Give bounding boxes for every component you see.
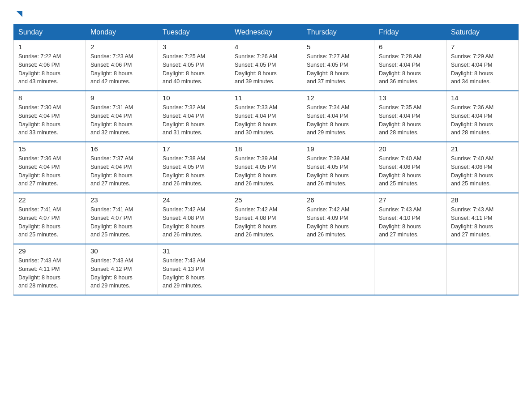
day-cell: 29 Sunrise: 7:43 AM Sunset: 4:11 PM Dayl… [14, 244, 86, 295]
day-number: 22 [18, 196, 81, 204]
day-number: 8 [18, 94, 81, 102]
day-number: 6 [379, 43, 442, 51]
day-number: 27 [379, 196, 442, 204]
day-cell: 31 Sunrise: 7:43 AM Sunset: 4:13 PM Dayl… [158, 244, 230, 295]
logo-triangle-icon [14, 9, 24, 21]
day-info: Sunrise: 7:29 AM Sunset: 4:04 PM Dayligh… [451, 52, 514, 86]
day-info: Sunrise: 7:43 AM Sunset: 4:11 PM Dayligh… [451, 206, 514, 239]
day-number: 21 [451, 145, 514, 153]
week-row-4: 22 Sunrise: 7:41 AM Sunset: 4:07 PM Dayl… [14, 193, 519, 244]
day-cell: 9 Sunrise: 7:31 AM Sunset: 4:04 PM Dayli… [86, 91, 158, 142]
day-number: 24 [163, 196, 225, 204]
day-cell: 7 Sunrise: 7:29 AM Sunset: 4:04 PM Dayli… [446, 40, 519, 91]
day-info: Sunrise: 7:25 AM Sunset: 4:05 PM Dayligh… [163, 52, 225, 86]
day-number: 15 [18, 145, 81, 153]
day-cell [374, 244, 446, 295]
day-info: Sunrise: 7:42 AM Sunset: 4:09 PM Dayligh… [307, 206, 369, 239]
week-row-5: 29 Sunrise: 7:43 AM Sunset: 4:11 PM Dayl… [14, 244, 519, 295]
day-cell: 6 Sunrise: 7:28 AM Sunset: 4:04 PM Dayli… [374, 40, 446, 91]
day-cell: 13 Sunrise: 7:35 AM Sunset: 4:04 PM Dayl… [374, 91, 446, 142]
weekday-header-friday: Friday [374, 25, 446, 40]
day-number: 28 [451, 196, 514, 204]
weekday-header-saturday: Saturday [446, 25, 519, 40]
day-number: 30 [90, 247, 153, 255]
day-number: 16 [90, 145, 153, 153]
day-number: 25 [235, 196, 297, 204]
day-cell: 17 Sunrise: 7:38 AM Sunset: 4:05 PM Dayl… [158, 142, 230, 193]
day-cell [446, 244, 519, 295]
day-number: 19 [307, 145, 369, 153]
day-info: Sunrise: 7:40 AM Sunset: 4:06 PM Dayligh… [451, 154, 514, 188]
day-cell: 23 Sunrise: 7:41 AM Sunset: 4:07 PM Dayl… [86, 193, 158, 244]
day-cell: 8 Sunrise: 7:30 AM Sunset: 4:04 PM Dayli… [14, 91, 86, 142]
day-number: 2 [90, 43, 153, 51]
day-cell: 20 Sunrise: 7:40 AM Sunset: 4:06 PM Dayl… [374, 142, 446, 193]
svg-marker-0 [16, 11, 22, 17]
day-number: 3 [163, 43, 225, 51]
day-cell: 30 Sunrise: 7:43 AM Sunset: 4:12 PM Dayl… [86, 244, 158, 295]
logo [13, 9, 24, 20]
day-cell [230, 244, 302, 295]
weekday-header-wednesday: Wednesday [230, 25, 302, 40]
day-cell: 19 Sunrise: 7:39 AM Sunset: 4:05 PM Dayl… [302, 142, 374, 193]
day-cell: 2 Sunrise: 7:23 AM Sunset: 4:06 PM Dayli… [86, 40, 158, 91]
day-cell: 10 Sunrise: 7:32 AM Sunset: 4:04 PM Dayl… [158, 91, 230, 142]
day-info: Sunrise: 7:32 AM Sunset: 4:04 PM Dayligh… [163, 103, 225, 137]
day-number: 10 [163, 94, 225, 102]
calendar-table: SundayMondayTuesdayWednesdayThursdayFrid… [13, 24, 519, 295]
day-info: Sunrise: 7:22 AM Sunset: 4:06 PM Dayligh… [18, 52, 81, 86]
day-number: 23 [90, 196, 153, 204]
day-cell: 3 Sunrise: 7:25 AM Sunset: 4:05 PM Dayli… [158, 40, 230, 91]
day-number: 7 [451, 43, 514, 51]
day-number: 13 [379, 94, 442, 102]
day-info: Sunrise: 7:43 AM Sunset: 4:12 PM Dayligh… [90, 257, 153, 290]
day-info: Sunrise: 7:34 AM Sunset: 4:04 PM Dayligh… [307, 103, 369, 137]
day-info: Sunrise: 7:27 AM Sunset: 4:05 PM Dayligh… [307, 52, 369, 86]
day-info: Sunrise: 7:41 AM Sunset: 4:07 PM Dayligh… [90, 206, 153, 239]
day-number: 1 [18, 43, 81, 51]
day-cell: 14 Sunrise: 7:36 AM Sunset: 4:04 PM Dayl… [446, 91, 519, 142]
weekday-header-monday: Monday [86, 25, 158, 40]
day-info: Sunrise: 7:37 AM Sunset: 4:04 PM Dayligh… [90, 154, 153, 188]
day-info: Sunrise: 7:43 AM Sunset: 4:10 PM Dayligh… [379, 206, 442, 239]
day-number: 14 [451, 94, 514, 102]
day-number: 18 [235, 145, 297, 153]
day-info: Sunrise: 7:39 AM Sunset: 4:05 PM Dayligh… [235, 154, 297, 188]
day-number: 17 [163, 145, 225, 153]
day-cell: 4 Sunrise: 7:26 AM Sunset: 4:05 PM Dayli… [230, 40, 302, 91]
day-info: Sunrise: 7:36 AM Sunset: 4:04 PM Dayligh… [18, 154, 81, 188]
day-info: Sunrise: 7:38 AM Sunset: 4:05 PM Dayligh… [163, 154, 225, 188]
day-cell: 22 Sunrise: 7:41 AM Sunset: 4:07 PM Dayl… [14, 193, 86, 244]
weekday-header-thursday: Thursday [302, 25, 374, 40]
day-number: 11 [235, 94, 297, 102]
day-info: Sunrise: 7:23 AM Sunset: 4:06 PM Dayligh… [90, 52, 153, 86]
day-info: Sunrise: 7:31 AM Sunset: 4:04 PM Dayligh… [90, 103, 153, 137]
weekday-header-tuesday: Tuesday [158, 25, 230, 40]
day-cell: 21 Sunrise: 7:40 AM Sunset: 4:06 PM Dayl… [446, 142, 519, 193]
day-info: Sunrise: 7:30 AM Sunset: 4:04 PM Dayligh… [18, 103, 81, 137]
day-cell: 16 Sunrise: 7:37 AM Sunset: 4:04 PM Dayl… [86, 142, 158, 193]
week-row-2: 8 Sunrise: 7:30 AM Sunset: 4:04 PM Dayli… [14, 91, 519, 142]
day-number: 29 [18, 247, 81, 255]
week-row-3: 15 Sunrise: 7:36 AM Sunset: 4:04 PM Dayl… [14, 142, 519, 193]
day-info: Sunrise: 7:43 AM Sunset: 4:13 PM Dayligh… [163, 257, 225, 290]
day-cell: 18 Sunrise: 7:39 AM Sunset: 4:05 PM Dayl… [230, 142, 302, 193]
day-info: Sunrise: 7:28 AM Sunset: 4:04 PM Dayligh… [379, 52, 442, 86]
day-cell: 1 Sunrise: 7:22 AM Sunset: 4:06 PM Dayli… [14, 40, 86, 91]
day-info: Sunrise: 7:35 AM Sunset: 4:04 PM Dayligh… [379, 103, 442, 137]
day-info: Sunrise: 7:36 AM Sunset: 4:04 PM Dayligh… [451, 103, 514, 137]
day-cell [302, 244, 374, 295]
page-header [13, 9, 519, 20]
day-info: Sunrise: 7:26 AM Sunset: 4:05 PM Dayligh… [235, 52, 297, 86]
week-row-1: 1 Sunrise: 7:22 AM Sunset: 4:06 PM Dayli… [14, 40, 519, 91]
day-info: Sunrise: 7:41 AM Sunset: 4:07 PM Dayligh… [18, 206, 81, 239]
day-info: Sunrise: 7:42 AM Sunset: 4:08 PM Dayligh… [235, 206, 297, 239]
weekday-header-row: SundayMondayTuesdayWednesdayThursdayFrid… [14, 25, 519, 40]
day-cell: 26 Sunrise: 7:42 AM Sunset: 4:09 PM Dayl… [302, 193, 374, 244]
day-number: 26 [307, 196, 369, 204]
day-info: Sunrise: 7:43 AM Sunset: 4:11 PM Dayligh… [18, 257, 81, 290]
day-cell: 12 Sunrise: 7:34 AM Sunset: 4:04 PM Dayl… [302, 91, 374, 142]
day-info: Sunrise: 7:33 AM Sunset: 4:04 PM Dayligh… [235, 103, 297, 137]
day-number: 4 [235, 43, 297, 51]
day-cell: 5 Sunrise: 7:27 AM Sunset: 4:05 PM Dayli… [302, 40, 374, 91]
